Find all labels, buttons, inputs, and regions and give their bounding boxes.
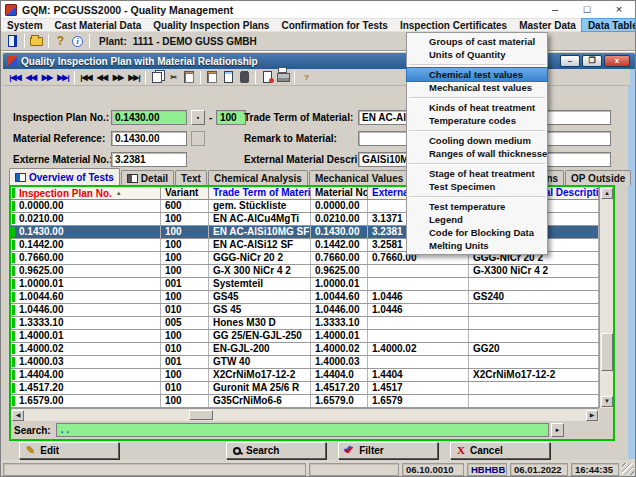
table-row[interactable]: 0.9625.00100G-X 300 NiCr 4 20.9625.00G-X… bbox=[11, 265, 599, 278]
cell: EN-GJL-200 bbox=[209, 343, 311, 355]
copy-icon[interactable] bbox=[149, 70, 165, 84]
tab-chemical-analysis[interactable]: Chemical Analysis bbox=[208, 170, 308, 185]
tab-detail[interactable]: Detail bbox=[121, 170, 174, 185]
new-record-icon[interactable] bbox=[220, 70, 236, 84]
exit-icon[interactable] bbox=[4, 34, 21, 49]
scroll-left-icon[interactable]: ◀ bbox=[12, 410, 24, 421]
menu-item-code-for-blocking-data[interactable]: Code for Blocking Data bbox=[407, 226, 547, 239]
search-input[interactable]: . . bbox=[56, 423, 549, 437]
table-row[interactable]: 1.3333.10005Hones M30 D1.3333.10 bbox=[11, 317, 599, 330]
table-row[interactable]: 1.0000.01001Systemteil1.0000.01 bbox=[11, 278, 599, 291]
table-row[interactable]: 1.4517.20010Guronit MA 25/6 R1.4517.201.… bbox=[11, 382, 599, 395]
menu-item-stage-of-heat-treatment[interactable]: Stage of heat treatment bbox=[407, 167, 547, 180]
cancel-icon: X bbox=[457, 445, 465, 456]
print-icon[interactable] bbox=[275, 70, 291, 84]
externe-material-field[interactable]: 3.2381 bbox=[111, 152, 187, 167]
cell: G-X 300 NiCr 4 2 bbox=[209, 265, 311, 277]
material-reference-box bbox=[191, 131, 205, 146]
menu-item-legend[interactable]: Legend bbox=[407, 213, 547, 226]
menu-inspection-certificates[interactable]: Inspection Certificates bbox=[394, 19, 513, 31]
table-row[interactable]: 1.4000.01100GG 25/EN-GJL-2501.4000.01 bbox=[11, 330, 599, 343]
tab-mechanical-values[interactable]: Mechanical Values bbox=[309, 170, 409, 185]
scroll-down-icon[interactable]: ▼ bbox=[601, 396, 613, 407]
cancel-button[interactable]: X Cancel bbox=[450, 442, 550, 459]
help-key-icon[interactable]: ? bbox=[52, 34, 69, 49]
tab-overview-of-tests[interactable]: Overview of Tests bbox=[9, 168, 120, 185]
table-row[interactable]: 1.4000.02010EN-GJL-2001.4000.021.4000.02… bbox=[11, 343, 599, 356]
paste-icon[interactable] bbox=[181, 70, 197, 84]
tab-op-outside[interactable]: OP Outside bbox=[565, 170, 631, 185]
inner-minimize-button[interactable]: – bbox=[560, 55, 580, 67]
menu-item-test-specimen[interactable]: Test Specimen bbox=[407, 180, 547, 193]
vertical-scroll-thumb[interactable] bbox=[601, 333, 613, 371]
menu-item-ranges-of-wall-thicknesses[interactable]: Ranges of wall thicknesses bbox=[407, 147, 547, 160]
close-button[interactable]: × bbox=[603, 1, 635, 18]
nav-next-icon[interactable]: ▶▶ bbox=[110, 70, 126, 84]
cell: 1.4000.03 bbox=[311, 356, 368, 368]
toolbar-separator bbox=[24, 34, 25, 48]
inspection-plan-field[interactable]: 0.1430.00 bbox=[111, 110, 187, 125]
nav-first-record-icon[interactable]: |◀◀ bbox=[7, 70, 23, 84]
menu-item-chemical-test-values[interactable]: Chemical test values bbox=[407, 68, 547, 81]
menu-item-groups-of-cast-material[interactable]: Groups of cast material bbox=[407, 35, 547, 48]
nav-last-record-icon[interactable]: ▶▶| bbox=[55, 70, 71, 84]
cut-icon[interactable]: ✂ bbox=[165, 70, 181, 84]
horizontal-scrollbar[interactable]: ◀ ▶ bbox=[11, 408, 599, 421]
variant-field[interactable]: 100 bbox=[216, 110, 246, 125]
inspection-plan-lookup-button[interactable]: ▪ bbox=[191, 110, 205, 125]
menu-master-data[interactable]: Master Data bbox=[513, 19, 582, 31]
open-folder-icon[interactable] bbox=[28, 34, 45, 49]
nav-last-icon[interactable]: ▶▶| bbox=[126, 70, 142, 84]
table-row[interactable]: 1.0446.00010GS 451.0446.001.0446 bbox=[11, 304, 599, 317]
nav-prev-icon[interactable]: ◀◀ bbox=[94, 70, 110, 84]
delete-record-icon[interactable] bbox=[236, 70, 252, 84]
cell: X2CrNiMo17-12-2 bbox=[209, 369, 311, 381]
menu-item-mechanical-test-values[interactable]: Mechanical test values bbox=[407, 81, 547, 94]
filter-button[interactable]: ✔ Filter bbox=[338, 442, 438, 459]
menu-system[interactable]: System bbox=[1, 19, 49, 31]
maximize-button[interactable]: □ bbox=[571, 1, 603, 18]
material-reference-field[interactable]: 0.1430.00 bbox=[111, 131, 187, 146]
column-header-inspection-plan-no[interactable]: Inspection Plan No.▲ bbox=[11, 187, 161, 199]
table-row[interactable]: 1.4000.03001GTW 401.4000.03 bbox=[11, 356, 599, 369]
vertical-scrollbar[interactable]: ▲ ▼ bbox=[599, 187, 613, 408]
menu-confirmation-for-tests[interactable]: Confirmation for Tests bbox=[275, 19, 393, 31]
nav-prev-record-icon[interactable]: ◀◀ bbox=[23, 70, 39, 84]
column-header-material-no[interactable]: Material No. bbox=[311, 187, 368, 199]
nav-first-icon[interactable]: |◀◀ bbox=[78, 70, 94, 84]
menu-item-units-of-quantity[interactable]: Units of Quantity bbox=[407, 48, 547, 61]
search-expand-button[interactable]: ▸ bbox=[551, 423, 564, 437]
table-row[interactable]: 1.4404.00100X2CrNiMo17-12-21.4404.01.440… bbox=[11, 369, 599, 382]
inner-close-button[interactable]: x bbox=[604, 55, 630, 67]
help-icon[interactable]: ? bbox=[298, 70, 314, 84]
cell: 0.1442.00 bbox=[311, 239, 368, 251]
resize-grip[interactable] bbox=[622, 463, 634, 475]
menu-item-temperature-codes[interactable]: Temperature codes bbox=[407, 114, 547, 127]
inner-restore-button[interactable]: ❐ bbox=[582, 55, 602, 67]
edit-button[interactable]: ✎ Edit bbox=[19, 442, 119, 459]
menu-item-cooling-down-medium[interactable]: Cooling down medium bbox=[407, 134, 547, 147]
scroll-right-icon[interactable]: ▶ bbox=[586, 410, 598, 421]
table-row[interactable]: 1.0044.60100GS451.0044.601.0446GS240 bbox=[11, 291, 599, 304]
column-header-variant[interactable]: Variant bbox=[161, 187, 209, 199]
edit-record-icon[interactable] bbox=[204, 70, 220, 84]
menu-item-kinds-of-heat-treatment[interactable]: Kinds of heat treatment bbox=[407, 101, 547, 114]
info-icon[interactable]: i bbox=[69, 34, 86, 49]
scroll-up-icon[interactable]: ▲ bbox=[601, 188, 613, 199]
menu-cast-material-data[interactable]: Cast Material Data bbox=[49, 19, 148, 31]
menu-item-melting-units[interactable]: Melting Units bbox=[407, 239, 547, 252]
tab-text[interactable]: Text bbox=[175, 170, 207, 185]
nav-next-record-icon[interactable]: ▶▶ bbox=[39, 70, 55, 84]
search-button[interactable]: Search bbox=[226, 442, 326, 459]
search-button-label: Search bbox=[246, 445, 279, 456]
menu-quality-inspection-plans[interactable]: Quality Inspection Plans bbox=[147, 19, 275, 31]
table-row[interactable]: 1.6579.00100G35CrNiMo6-61.6579.01.6579 bbox=[11, 395, 599, 408]
minimize-button[interactable]: – bbox=[539, 1, 571, 18]
menu-item-test-temperature[interactable]: Test temperature bbox=[407, 200, 547, 213]
menu-data-tables[interactable]: Data Tables bbox=[582, 19, 636, 31]
horizontal-scroll-thumb[interactable] bbox=[189, 410, 213, 420]
cell: gem. Stückliste bbox=[209, 200, 311, 212]
cell: X2CrNiMo17-12-2 bbox=[469, 369, 599, 381]
column-header-trade-term-of-material[interactable]: Trade Term of Material bbox=[209, 187, 311, 199]
print-preview-icon[interactable] bbox=[259, 70, 275, 84]
